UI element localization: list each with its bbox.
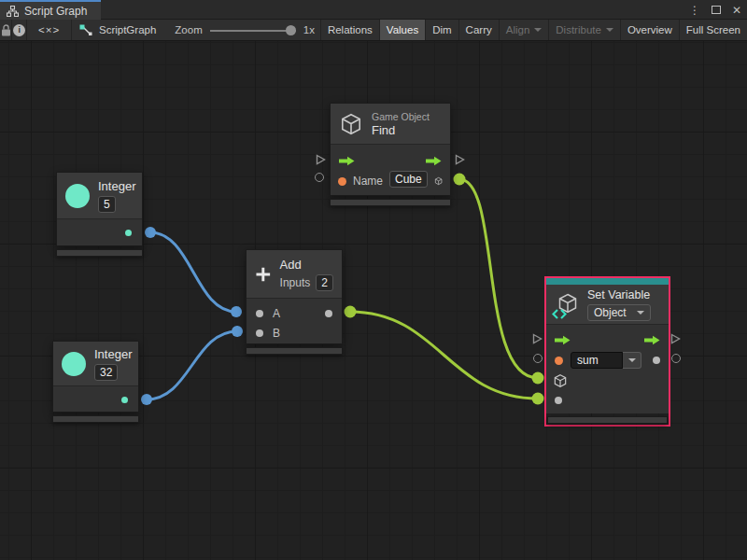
graph-name-label[interactable]: ScriptGraph [99, 24, 156, 35]
flow-output-arrow[interactable] [643, 335, 661, 345]
wire-find-to-setvariable-object[interactable] [459, 179, 538, 378]
node-title: Set Variable [587, 288, 651, 301]
flow-output-arrow[interactable] [425, 156, 443, 166]
game-object-icon [339, 112, 363, 136]
input-port-name[interactable] [338, 177, 346, 186]
wire-integer5-to-add-a[interactable] [150, 232, 236, 312]
wire-endpoint [345, 306, 357, 318]
toolbar-button-fullscreen[interactable]: Full Screen [679, 20, 747, 40]
toolbar-button-carry[interactable]: Carry [458, 20, 499, 40]
node-gameobject-find[interactable]: Game Object Find Name Cube [330, 103, 451, 206]
name-param-field[interactable]: Cube [389, 171, 428, 188]
node-footer [246, 347, 343, 355]
script-graph-icon [79, 24, 93, 36]
wire-endpoint [231, 306, 242, 317]
node-footer [330, 199, 451, 206]
node-integer-32[interactable]: Integer 32 [52, 341, 139, 423]
set-variable-icon [555, 292, 579, 316]
tab-title: Script Graph [24, 5, 87, 18]
setvar-flow-in-indicator[interactable] [532, 333, 543, 344]
wire-endpoint [232, 326, 243, 337]
toolbar-button-distribute[interactable]: Distribute [548, 20, 620, 40]
find-flow-out-indicator[interactable] [455, 154, 465, 165]
variable-scope-dropdown[interactable]: Object [587, 304, 651, 321]
input-port-b[interactable] [256, 329, 263, 337]
chevron-down-icon [534, 28, 542, 32]
close-icon[interactable]: ✕ [732, 5, 741, 16]
flow-input-arrow[interactable] [338, 156, 356, 166]
node-category: Game Object [372, 111, 430, 122]
inputs-count-field[interactable]: 2 [316, 274, 333, 291]
output-port-value[interactable] [653, 357, 660, 364]
zoom-value: 1x [303, 24, 315, 35]
toolbar-button-dim[interactable]: Dim [425, 20, 458, 40]
zoom-label: Zoom [175, 24, 202, 35]
node-footer [52, 415, 139, 423]
integer-value-field[interactable]: 32 [94, 364, 118, 381]
node-title: Find [372, 123, 430, 137]
add-icon [255, 262, 272, 287]
output-port-sum[interactable] [325, 310, 332, 317]
integer-type-icon [65, 184, 90, 208]
output-port-value[interactable] [125, 230, 132, 236]
toolbar-button-relations[interactable]: Relations [320, 20, 379, 40]
toolbar-button-values[interactable]: Values [379, 20, 425, 40]
find-flow-in-indicator[interactable] [316, 154, 326, 165]
node-footer [547, 416, 668, 424]
chevron-down-icon [628, 358, 636, 362]
chevron-down-icon [637, 311, 644, 315]
node-integer-5[interactable]: Integer 5 [56, 172, 143, 257]
graph-toolbar: i <×> ScriptGraph Zoom 1x Relations Valu… [0, 20, 747, 41]
node-title: Add [280, 258, 333, 272]
window-menu-icon[interactable]: ⋮ [689, 5, 700, 16]
zoom-slider-handle[interactable] [286, 25, 296, 35]
wire-endpoint [145, 227, 156, 238]
input-port-object[interactable] [553, 373, 568, 388]
setvar-name-in-indicator[interactable] [533, 354, 543, 363]
inspect-button[interactable]: i [12, 20, 27, 40]
info-icon: i [13, 24, 25, 36]
maximize-icon[interactable] [712, 6, 721, 14]
toolbar-button-overview[interactable]: Overview [620, 20, 679, 40]
input-port-new-value[interactable] [555, 397, 562, 404]
input-port-variable-name[interactable] [555, 357, 563, 365]
node-title: Integer [94, 347, 132, 361]
node-add[interactable]: Add Inputs 2 A B [246, 249, 343, 355]
node-footer [56, 249, 143, 257]
zoom-slider-track[interactable] [210, 30, 296, 32]
code-preview-button[interactable]: <×> [27, 20, 72, 40]
graph-canvas[interactable]: Integer 5 Integer 32 [0, 41, 747, 560]
wire-endpoint [532, 372, 544, 385]
name-param-label: Name [353, 175, 383, 188]
title-bar: Script Graph ⋮ ✕ [0, 0, 747, 20]
lock-button[interactable] [0, 20, 12, 40]
port-a-label: A [273, 307, 280, 320]
wire-endpoint [454, 174, 466, 186]
chevron-down-icon [606, 28, 613, 32]
setvar-value-out-indicator[interactable] [671, 354, 681, 363]
output-port-value[interactable] [121, 397, 128, 403]
code-icon: <×> [38, 24, 60, 35]
setvar-flow-out-indicator[interactable] [670, 333, 681, 344]
selection-teal-bar [546, 278, 669, 285]
hierarchy-icon [7, 6, 19, 17]
lock-icon [1, 24, 11, 36]
integer-value-field[interactable]: 5 [98, 196, 116, 213]
node-set-variable[interactable]: Set Variable Object sum [544, 276, 670, 427]
wire-endpoint [141, 394, 152, 405]
input-port-a[interactable] [256, 310, 263, 317]
zoom-slider[interactable] [210, 20, 296, 41]
find-name-in-indicator[interactable] [315, 173, 324, 182]
flow-input-arrow[interactable] [554, 335, 571, 345]
wire-endpoint [532, 393, 544, 405]
port-b-label: B [273, 327, 280, 340]
variable-name-dropdown[interactable]: sum [571, 352, 641, 369]
wire-integer32-to-add-b[interactable] [147, 331, 237, 399]
tab-script-graph[interactable]: Script Graph [0, 0, 101, 20]
integer-type-icon [62, 352, 86, 376]
node-title: Integer [98, 179, 135, 193]
toolbar-button-align[interactable]: Align [499, 20, 549, 40]
output-port-gameobject[interactable] [434, 174, 443, 189]
inputs-label: Inputs [280, 276, 311, 289]
